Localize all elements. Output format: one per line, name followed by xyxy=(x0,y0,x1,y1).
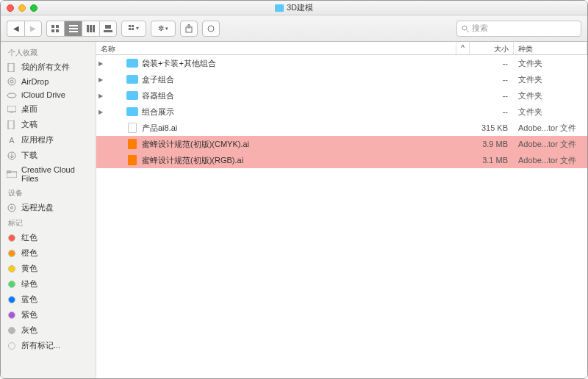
tag-icon xyxy=(7,311,17,320)
file-row[interactable]: 蜜蜂设计规范(初版)(RGB).ai3.1 MBAdobe...tor 文件 xyxy=(96,152,587,168)
tags-button[interactable] xyxy=(202,21,220,37)
file-name: 袋装+卡装+其他组合 xyxy=(140,58,470,69)
file-row[interactable]: ▶容器组合--文件夹 xyxy=(96,87,587,104)
sidebar-item[interactable]: 下载 xyxy=(1,148,96,163)
sidebar-item-label: 红色 xyxy=(21,232,37,243)
file-kind: 文件夹 xyxy=(514,90,587,101)
content-area: 名称 ^ 大小 种类 ▶袋装+卡装+其他组合--文件夹▶盒子组合--文件夹▶容器… xyxy=(96,42,587,378)
file-name: 盒子组合 xyxy=(140,74,470,85)
sidebar-item[interactable]: 橙色 xyxy=(1,245,96,261)
search-input[interactable]: 搜索 xyxy=(456,21,581,37)
sidebar-item-label: 蓝色 xyxy=(21,294,37,305)
sidebar-item[interactable]: 红色 xyxy=(1,230,96,245)
file-list: ▶袋装+卡装+其他组合--文件夹▶盒子组合--文件夹▶容器组合--文件夹▶组合展… xyxy=(96,55,587,378)
sidebar-item[interactable]: 桌面 xyxy=(1,101,96,117)
svg-rect-2 xyxy=(51,29,54,32)
file-name: 组合展示 xyxy=(140,107,470,118)
file-name: 蜜蜂设计规范(初版)(RGB).ai xyxy=(140,155,470,166)
sidebar-item-label: Creative Cloud Files xyxy=(21,165,90,183)
toolbar: ◀ ▶ ✼ ▾ 搜索 xyxy=(1,15,587,42)
sidebar-item-label: 紫色 xyxy=(21,309,37,320)
tag-icon xyxy=(7,342,17,350)
doc-icon xyxy=(7,120,17,129)
file-kind: 文件夹 xyxy=(514,58,587,69)
tag-icon xyxy=(7,295,17,304)
file-row[interactable]: 产品ai8.ai315 KBAdobe...tor 文件 xyxy=(96,120,587,136)
doc-icon xyxy=(7,63,17,72)
sidebar-item[interactable]: iCloud Drive xyxy=(1,88,96,101)
sidebar-item[interactable]: 紫色 xyxy=(1,307,96,322)
sidebar-item-label: 绿色 xyxy=(21,278,37,289)
column-kind[interactable]: 种类 xyxy=(514,42,587,54)
view-coverflow-button[interactable] xyxy=(99,21,117,37)
sort-indicator[interactable]: ^ xyxy=(456,42,470,54)
sidebar-item[interactable]: 黄色 xyxy=(1,261,96,276)
titlebar: 3D建模 xyxy=(1,1,587,15)
sidebar-item[interactable]: 文稿 xyxy=(1,117,96,132)
file-row[interactable]: ▶盒子组合--文件夹 xyxy=(96,71,587,87)
sidebar-item[interactable]: 绿色 xyxy=(1,276,96,292)
column-header[interactable]: 名称 ^ 大小 种类 xyxy=(96,42,587,55)
sidebar-group-label: 标记 xyxy=(1,215,96,230)
svg-rect-11 xyxy=(104,30,112,32)
file-kind: Adobe...tor 文件 xyxy=(514,139,587,150)
tag-icon xyxy=(7,280,17,289)
svg-rect-14 xyxy=(129,28,131,30)
desktop-icon xyxy=(7,105,17,114)
title-folder-icon xyxy=(275,4,284,12)
view-icon-button[interactable] xyxy=(46,21,64,37)
file-kind: 文件夹 xyxy=(514,107,587,118)
forward-button[interactable]: ▶ xyxy=(24,21,42,37)
sidebar-item[interactable]: 蓝色 xyxy=(1,292,96,307)
sidebar-item[interactable]: AirDrop xyxy=(1,75,96,88)
tag-icon xyxy=(7,326,17,335)
sidebar-item-label: 黄色 xyxy=(21,263,37,274)
svg-rect-0 xyxy=(51,25,54,28)
svg-rect-15 xyxy=(132,28,134,30)
svg-rect-26 xyxy=(7,106,16,112)
svg-point-19 xyxy=(208,26,214,32)
sidebar-item[interactable]: 远程光盘 xyxy=(1,200,96,215)
disclosure-icon[interactable]: ▶ xyxy=(96,93,105,99)
svg-rect-4 xyxy=(69,25,78,26)
sidebar: 个人收藏我的所有文件AirDropiCloud Drive桌面文稿A应用程序下载… xyxy=(1,42,96,378)
arrange-menu[interactable] xyxy=(121,21,146,37)
sidebar-item-label: 应用程序 xyxy=(21,134,54,145)
column-size[interactable]: 大小 xyxy=(470,42,514,54)
sidebar-group-label: 个人收藏 xyxy=(1,45,96,59)
sidebar-item[interactable]: 所有标记... xyxy=(1,338,96,353)
svg-marker-16 xyxy=(136,27,139,30)
tag-icon xyxy=(7,234,17,242)
disclosure-icon[interactable]: ▶ xyxy=(96,109,105,115)
view-column-button[interactable] xyxy=(82,21,99,37)
disclosure-icon[interactable]: ▶ xyxy=(96,60,105,67)
file-size: 315 KB xyxy=(470,123,514,132)
file-row[interactable]: ▶组合展示--文件夹 xyxy=(96,104,587,120)
sidebar-item[interactable]: Creative Cloud Files xyxy=(1,163,96,185)
action-menu[interactable]: ✼ ▾ xyxy=(151,21,176,37)
file-row[interactable]: 蜜蜂设计规范(初版)(CMYK).ai3.9 MBAdobe...tor 文件 xyxy=(96,136,587,152)
column-name[interactable]: 名称 xyxy=(96,42,456,54)
sidebar-item[interactable]: A应用程序 xyxy=(1,132,96,148)
folder-icon xyxy=(124,107,140,116)
file-size: 3.1 MB xyxy=(470,156,514,165)
view-list-button[interactable] xyxy=(64,21,82,37)
svg-point-23 xyxy=(8,78,15,85)
back-button[interactable]: ◀ xyxy=(7,21,24,37)
folder-icon xyxy=(124,75,140,84)
share-button[interactable] xyxy=(180,21,198,37)
sidebar-item[interactable]: 灰色 xyxy=(1,322,96,338)
ai-file-icon xyxy=(124,155,140,165)
file-row[interactable]: ▶袋装+卡装+其他组合--文件夹 xyxy=(96,55,587,71)
folder-icon xyxy=(124,59,140,68)
svg-rect-28 xyxy=(8,120,14,129)
download-icon xyxy=(7,151,17,160)
svg-rect-6 xyxy=(69,31,78,32)
folder-icon xyxy=(124,91,140,100)
sidebar-item[interactable]: 我的所有文件 xyxy=(1,59,96,75)
airdrop-icon xyxy=(7,77,17,86)
svg-rect-3 xyxy=(56,29,59,32)
disclosure-icon[interactable]: ▶ xyxy=(96,76,105,83)
svg-rect-13 xyxy=(132,25,134,27)
file-name: 蜜蜂设计规范(初版)(CMYK).ai xyxy=(140,139,470,150)
